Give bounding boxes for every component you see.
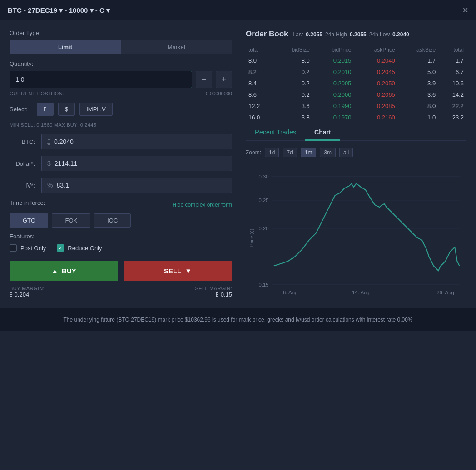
tif-ioc[interactable]: IOC	[94, 213, 131, 228]
dollar-price-input[interactable]: $ 2114.11	[41, 156, 232, 171]
table-row: 16.0 3.8 0.1970 0.2160 1.0 23.2	[246, 112, 466, 123]
total-ask-cell: 1.7	[438, 55, 466, 66]
tif-buttons: GTC FOK IOC	[10, 213, 232, 228]
tab-recent-trades[interactable]: Recent Trades	[246, 125, 305, 141]
current-position-value: 0.00000000	[206, 91, 232, 96]
quantity-increment[interactable]: +	[216, 71, 232, 88]
close-button[interactable]: ✕	[462, 6, 468, 15]
zoom-7d[interactable]: 7d	[283, 148, 297, 157]
post-only-label: Post Only	[20, 245, 46, 252]
table-row: 12.2 3.6 0.1990 0.2085 8.0 22.2	[246, 100, 466, 112]
tif-section: Time in force: Hide complex order form G…	[10, 199, 232, 228]
col-bid-size: bidSize	[274, 45, 312, 55]
tif-fok[interactable]: FOK	[52, 213, 90, 228]
btc-price-input[interactable]: ₿ 0.2040	[41, 134, 232, 149]
total-ask-cell: 22.2	[438, 100, 466, 112]
total-ask-cell: 10.6	[438, 78, 466, 89]
ask-price-cell: 0.2085	[354, 100, 398, 112]
footer-text: The underlying future (BTC-27DEC19) mark…	[63, 317, 412, 323]
table-row: 8.2 0.2 0.2010 0.2045 5.0 6.7	[246, 66, 466, 78]
order-type-section: Order Type: Limit Market	[10, 30, 232, 54]
right-panel: Order Book Last 0.2055 24h High 0.2055 2…	[246, 30, 466, 299]
window-title: BTC - 27DEC19 ▾ - 10000 ▾ - C ▾	[8, 6, 110, 15]
order-type-group: Limit Market	[10, 40, 232, 54]
zoom-1d[interactable]: 1d	[265, 148, 279, 157]
ask-size-cell: 1.7	[398, 55, 439, 66]
select-btc[interactable]: ₿	[37, 103, 54, 116]
last-label: Last	[293, 31, 303, 38]
tif-label: Time in force:	[10, 199, 45, 206]
hide-complex-link[interactable]: Hide complex order form	[173, 202, 232, 208]
btc-price-label: BTC:	[10, 139, 41, 145]
footer-note: The underlying future (BTC-27DEC19) mark…	[0, 308, 476, 331]
order-type-label: Order Type:	[10, 30, 232, 36]
svg-text:0.25: 0.25	[258, 198, 268, 203]
svg-text:26. Aug: 26. Aug	[436, 290, 454, 295]
iv-price-field: IV*: % 83.1	[10, 178, 232, 193]
select-usd[interactable]: $	[58, 103, 75, 116]
high-value: 0.2055	[350, 31, 367, 38]
total-ask-cell: 6.7	[438, 66, 466, 78]
sell-margin-value: ₿ 0.15	[216, 291, 232, 298]
buy-label: BUY	[62, 267, 76, 275]
btc-price-field: BTC: ₿ 0.2040	[10, 134, 232, 149]
orderbook-header: Order Book Last 0.2055 24h High 0.2055 2…	[246, 30, 466, 39]
buy-margin-value: ₿ 0.204	[10, 291, 45, 298]
quantity-section: Quantity: − + CURRENT POSITION: 0.000000…	[10, 60, 232, 96]
sell-label: SELL	[164, 267, 181, 275]
dollar-price-label: Dollar*:	[10, 160, 41, 167]
low-value: 0.2040	[392, 31, 409, 38]
dollar-price-field: Dollar*: $ 2114.11	[10, 156, 232, 171]
zoom-1m[interactable]: 1m	[301, 148, 317, 157]
total-bid-cell: 8.0	[246, 55, 274, 66]
quantity-decrement[interactable]: −	[196, 71, 212, 88]
sell-button[interactable]: SELL ▼	[124, 261, 232, 281]
col-total-ask: total	[438, 45, 466, 55]
zoom-all[interactable]: all	[339, 148, 353, 157]
quantity-input[interactable]	[10, 71, 192, 88]
svg-text:14. Aug: 14. Aug	[352, 290, 370, 295]
tif-gtc[interactable]: GTC	[10, 213, 48, 228]
select-implv[interactable]: IMPL.V	[79, 103, 113, 116]
ask-price-cell: 0.2045	[354, 66, 398, 78]
reduce-only-checkbox[interactable]	[57, 244, 64, 252]
iv-price-input[interactable]: % 83.1	[41, 178, 232, 193]
bid-price-cell: 0.2005	[312, 78, 354, 89]
select-label: Select:	[10, 106, 32, 113]
price-chart: 0.30 0.25 0.20 0.15 Price (₿) 6. Aug 14.…	[246, 163, 466, 299]
left-panel: Order Type: Limit Market Quantity: − + C…	[10, 30, 232, 299]
order-type-market[interactable]: Market	[121, 40, 232, 54]
buy-icon: ▲	[51, 267, 58, 275]
total-bid-cell: 8.6	[246, 89, 274, 100]
total-bid-cell: 12.2	[246, 100, 274, 112]
total-bid-cell: 8.2	[246, 66, 274, 78]
buy-button[interactable]: ▲ BUY	[10, 261, 118, 281]
bid-price-cell: 0.2010	[312, 66, 354, 78]
orderbook-stats: Last 0.2055 24h High 0.2055 24h Low 0.20…	[293, 31, 409, 38]
title-bar: BTC - 27DEC19 ▾ - 10000 ▾ - C ▾ ✕	[0, 0, 476, 20]
minmax-row: MIN SELL: 0.1560 MAX BUY: 0.2445	[10, 122, 232, 128]
table-row: 8.4 0.2 0.2005 0.2050 3.9 10.6	[246, 78, 466, 89]
features-section: Features: Post Only Reduce Only	[10, 233, 232, 252]
btc-price-value: 0.2040	[54, 138, 74, 145]
svg-text:0.15: 0.15	[258, 282, 268, 287]
btc-icon: ₿	[47, 138, 50, 145]
buy-margin: BUY MARGIN: ₿ 0.204	[10, 286, 45, 298]
ask-size-cell: 5.0	[398, 66, 439, 78]
sell-margin-label: SELL MARGIN:	[195, 286, 232, 291]
tab-chart[interactable]: Chart	[305, 125, 340, 141]
ask-size-cell: 8.0	[398, 100, 439, 112]
ask-price-cell: 0.2160	[354, 112, 398, 123]
bid-size-cell: 3.8	[274, 112, 312, 123]
order-type-limit[interactable]: Limit	[10, 40, 121, 54]
dollar-price-value: 2114.11	[55, 160, 78, 167]
zoom-3m[interactable]: 3m	[320, 148, 336, 157]
col-bid-price: bidPrice	[312, 45, 354, 55]
post-only-checkbox[interactable]	[10, 244, 17, 252]
reduce-only-label: Reduce Only	[68, 245, 102, 252]
orderbook-title: Order Book	[246, 30, 288, 39]
checkboxes-row: Post Only Reduce Only	[10, 244, 232, 252]
zoom-label: Zoom:	[246, 149, 261, 156]
reduce-only-item: Reduce Only	[57, 244, 102, 252]
col-ask-price: askPrice	[354, 45, 398, 55]
